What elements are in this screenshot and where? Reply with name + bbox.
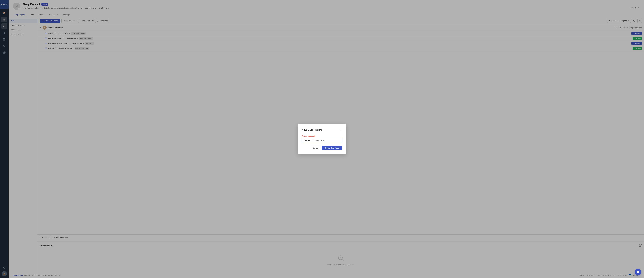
modal-header: New Bug Report ✕ [302,128,342,132]
chat-button[interactable] [635,269,641,275]
bug-name-input[interactable] [302,138,342,143]
required-label: (required) [308,135,316,137]
modal-name-label: Name (required) [302,135,342,137]
new-bug-modal: New Bug Report ✕ Name (required) Cancel … [298,124,346,154]
modal-title: New Bug Report [302,128,322,131]
modal-overlay[interactable]: New Bug Report ✕ Name (required) Cancel … [0,0,644,278]
modal-footer: Cancel Create Bug Report [302,146,342,150]
create-bug-button[interactable]: Create Bug Report [322,146,342,150]
cancel-button[interactable]: Cancel [310,146,321,150]
modal-close-button[interactable]: ✕ [338,128,342,132]
